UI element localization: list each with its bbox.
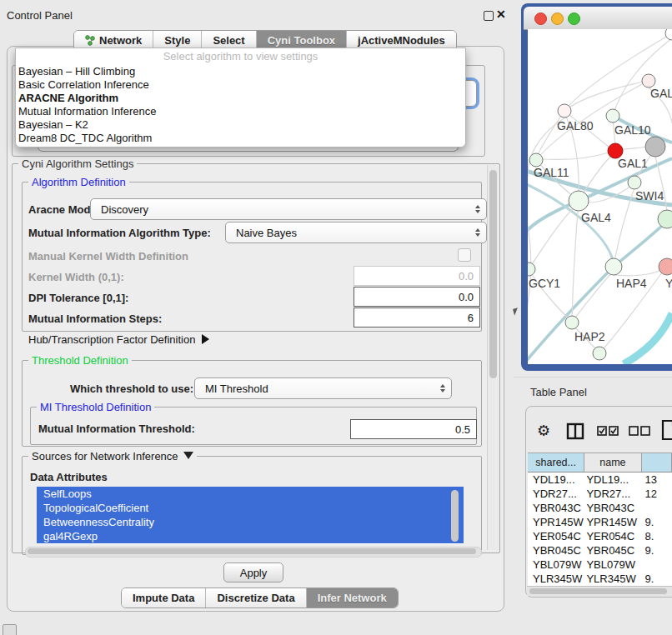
dock-panel-icon[interactable] (3, 624, 17, 635)
attributes-hscrollbar-thumb[interactable] (28, 548, 476, 554)
kernel-width-input[interactable]: 0.0 (354, 266, 480, 286)
network-node[interactable] (593, 347, 606, 360)
table-row[interactable]: YER054CYER054C8. (528, 529, 672, 543)
deselect-checkboxes-icon[interactable] (629, 426, 650, 437)
table-row[interactable]: YDL19...YDL19...13 (528, 472, 672, 487)
dropdown-item[interactable]: ARACNE Algorithm (16, 92, 465, 105)
dropdown-item[interactable]: Dream8 DC_TDC Algorithm (16, 132, 465, 145)
table-hscrollbar-track[interactable] (527, 586, 672, 596)
minimize-traffic-light-icon[interactable] (551, 12, 564, 25)
list-item[interactable]: gal4RGexp (37, 529, 464, 543)
settings-scrollbar-track[interactable] (487, 165, 499, 550)
network-edge[interactable] (529, 208, 574, 269)
network-node-hap2[interactable] (565, 316, 579, 329)
split-columns-icon[interactable] (566, 422, 584, 440)
table-cell: YPR145W (528, 515, 584, 529)
network-edge[interactable] (614, 190, 634, 267)
mi-steps-input[interactable]: 6 (354, 308, 480, 328)
table-cell: YBL079W (584, 558, 641, 572)
table-row[interactable]: YLR345WYLR345W9. (528, 572, 672, 586)
dropdown-item[interactable]: Bayesian – K2 (16, 118, 465, 132)
network-node-gal[interactable] (642, 74, 655, 88)
data-attributes-list[interactable]: SelfLoopsTopologicalCoefficientBetweenne… (37, 487, 464, 544)
list-item[interactable]: SelfLoops (37, 487, 464, 501)
network-canvas[interactable]: GALGAL80GAL10GAL1GAL11SWI4GAL4GCY1HAP4YH… (528, 29, 672, 364)
node-label: HAP2 (574, 330, 605, 343)
node-label: GAL (650, 87, 672, 100)
document-icon[interactable] (661, 419, 672, 441)
network-edge[interactable] (572, 273, 611, 322)
apply-button[interactable]: Apply (223, 562, 283, 582)
network-node-gal80[interactable] (558, 104, 571, 118)
table-cell: YLR345W (584, 572, 641, 586)
list-item[interactable]: TopologicalCoefficient (37, 501, 464, 515)
tab-label: Infer Network (318, 592, 387, 604)
dropdown-item[interactable]: Mutual Information Inference (16, 105, 465, 118)
float-window-icon[interactable] (484, 11, 494, 21)
mi-threshold-input[interactable]: 0.5 (350, 419, 477, 439)
column-header-shared...[interactable]: shared... (528, 453, 584, 472)
dropdown-item[interactable]: Bayesian – Hill Climbing (16, 65, 465, 78)
close-traffic-light-icon[interactable] (534, 12, 547, 25)
hub-definition-toggle[interactable]: Hub/Transcription Factor Definition (28, 333, 209, 347)
dpi-tolerance-input[interactable]: 0.0 (354, 287, 480, 307)
dropdown-placeholder: Select algorithm to view settings (16, 48, 465, 65)
attributes-scrollbar-thumb[interactable] (451, 490, 459, 542)
which-threshold-combobox[interactable]: MI Threshold (194, 378, 452, 399)
network-edge[interactable] (613, 38, 672, 116)
table-row[interactable]: YDR27...YDR27...12 (528, 487, 672, 501)
network-node-gal11[interactable] (529, 153, 543, 167)
screen: Control Panel ✕ NetworkStyleSelectCyni T… (0, 0, 672, 635)
tab-infer-network[interactable]: Infer Network (307, 588, 398, 608)
chevron-right-icon (202, 334, 209, 344)
manual-kernel-label: Manual Kernel Width Definition (28, 250, 188, 263)
network-graph[interactable]: GALGAL80GAL10GAL1GAL11SWI4GAL4GCY1HAP4YH… (528, 29, 672, 364)
table-cell: YBR043C (584, 501, 641, 515)
sources-title[interactable]: Sources for Network Inference (28, 450, 197, 462)
tab-impute-data[interactable]: Impute Data (122, 588, 206, 608)
zoom-traffic-light-icon[interactable] (568, 12, 580, 25)
manual-kernel-checkbox[interactable] (458, 248, 471, 262)
gear-icon[interactable]: ⚙ (537, 422, 550, 440)
network-node[interactable] (658, 210, 672, 228)
select-all-checkboxes-icon[interactable] (597, 426, 619, 437)
network-node-gal10[interactable] (606, 109, 619, 122)
network-edge[interactable] (564, 81, 649, 111)
aracne-mode-combobox[interactable]: Discovery (90, 198, 487, 220)
network-node[interactable] (645, 137, 665, 157)
column-header-name[interactable]: name (584, 453, 641, 472)
attributes-hscrollbar-track[interactable] (25, 547, 482, 558)
settings-scrollbar-thumb[interactable] (489, 170, 497, 378)
network-node-swi4[interactable] (628, 176, 641, 189)
close-icon[interactable]: ✕ (496, 8, 506, 21)
tab-label: Cyni Toolbox (268, 34, 335, 47)
table-cell: 9. (641, 572, 672, 586)
network-edge[interactable] (543, 152, 609, 159)
dropdown-item[interactable]: Basic Correlation Inference (16, 78, 465, 92)
network-edge[interactable] (622, 147, 648, 149)
tab-discretize-data[interactable]: Discretize Data (206, 588, 306, 608)
mi-steps-label: Mutual Information Steps: (28, 312, 162, 326)
network-node-gal4[interactable] (569, 191, 589, 211)
table-hscrollbar-thumb[interactable] (529, 588, 667, 594)
node-label: SWI4 (635, 189, 664, 202)
table-cell: 8. (641, 529, 672, 543)
network-node-gcy1[interactable] (528, 262, 535, 276)
network-edge[interactable] (624, 313, 672, 364)
hub-definition-label: Hub/Transcription Factor Definition (28, 333, 195, 346)
network-node-y[interactable] (659, 258, 672, 275)
table-row[interactable]: YBR043CYBR043C (528, 501, 672, 515)
table-cell: YDL19... (584, 472, 641, 487)
network-node[interactable] (665, 29, 672, 40)
network-edge[interactable] (538, 111, 564, 155)
node-label: HAP4 (616, 277, 647, 290)
network-node-hap4[interactable] (605, 258, 622, 275)
list-item[interactable]: BetweennessCentrality (37, 515, 464, 529)
network-window-titlebar[interactable] (524, 7, 672, 30)
table-row[interactable]: YPR145WYPR145W9. (528, 515, 672, 529)
column-header-hidden[interactable] (642, 453, 672, 472)
mi-type-combobox[interactable]: Naive Bayes (225, 222, 487, 243)
table-row[interactable]: YBL079WYBL079W (528, 558, 672, 572)
table-cell: YBR045C (584, 543, 641, 558)
table-row[interactable]: YBR045CYBR045C9. (528, 543, 672, 558)
